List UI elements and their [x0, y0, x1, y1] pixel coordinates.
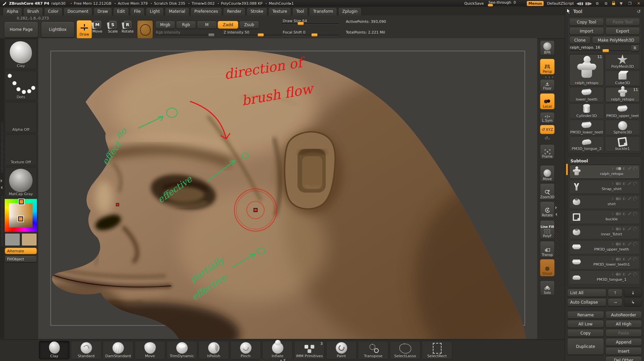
rgb-intensity-handle[interactable] — [208, 33, 215, 37]
menu-item[interactable]: Color — [44, 7, 62, 15]
floor-axes-label[interactable]: x y z — [542, 76, 554, 79]
flatten-icon[interactable]: ↓ — [611, 272, 614, 276]
eye-icon[interactable] — [633, 166, 638, 171]
tool-grid-item[interactable]: PM3D_tongue_2 — [569, 136, 604, 152]
flatten-icon[interactable]: ↓ — [611, 167, 614, 170]
mrgb-button[interactable]: Mrgb — [155, 21, 175, 29]
quicksave-button[interactable]: QuickSave — [464, 1, 484, 6]
menu-item[interactable]: Texture — [268, 7, 291, 15]
flatten-icon[interactable]: ↓ — [611, 242, 614, 246]
eye-icon[interactable] — [633, 226, 638, 231]
default-zscript-button[interactable]: DefaultZScript — [547, 1, 574, 6]
draw-size-slider[interactable]: Draw Size 64 — [282, 19, 339, 25]
subtool-row[interactable]: ↓ PM3D_tongue_1 — [569, 270, 640, 285]
menu-item[interactable]: File — [130, 7, 145, 15]
visibility-icon[interactable] — [618, 212, 621, 215]
subtool-row[interactable]: ↓ PM3D_upper_teeth — [569, 240, 640, 254]
right-divider-rail[interactable] — [555, 184, 559, 261]
close-button[interactable]: ✕ — [636, 1, 641, 6]
visibility-icon[interactable] — [618, 182, 621, 185]
tray-brush[interactable]: Clay — [39, 341, 70, 359]
tray-brush[interactable]: SelectRect — [422, 341, 452, 359]
menu-item[interactable]: Transform — [309, 7, 337, 15]
current-brush-tile[interactable]: Clay — [5, 39, 37, 69]
rgb-intensity-slider[interactable]: Rgb Intensity — [155, 30, 216, 37]
tray-brush[interactable]: Standard — [71, 341, 101, 359]
restore-button[interactable]: ❐ — [627, 1, 633, 6]
duplicate-button[interactable]: Duplicate — [567, 338, 604, 355]
menu-item[interactable]: Tool — [292, 7, 308, 15]
tray-brush[interactable]: Transpose — [358, 341, 388, 359]
rotate-y-icon[interactable]: ↺▫ — [540, 136, 555, 141]
xyz-button[interactable]: ↺XYZ — [540, 125, 555, 134]
subtool-row[interactable]: ↓ shirt — [569, 195, 640, 209]
paste-subtool-button[interactable]: Paste — [605, 329, 642, 337]
flatten-icon[interactable]: ↓ — [611, 197, 614, 200]
subtool-row[interactable]: ↓ ralph_retopo — [569, 165, 640, 179]
tray-brush[interactable]: Pinch — [230, 341, 261, 359]
auto-collapse-button[interactable]: Auto Collapse — [567, 298, 606, 306]
visibility-icon[interactable] — [618, 258, 621, 261]
r-button[interactable]: R — [631, 45, 639, 52]
eye-icon[interactable] — [633, 181, 638, 186]
brush-edit-icon[interactable] — [628, 257, 631, 260]
solo-button[interactable]: Solo — [540, 280, 555, 296]
tray-brush[interactable]: hPolish — [198, 341, 229, 359]
fillobject-button[interactable]: FillObject — [5, 256, 37, 262]
tray-scrollbar[interactable]: ▲▼ — [259, 359, 307, 361]
subtool-title[interactable]: Subtool — [570, 159, 640, 163]
shade-icon[interactable] — [623, 212, 626, 215]
ghost-button[interactable]: Ghost — [540, 259, 555, 276]
tool-grid-item[interactable]: Cylinder3D — [569, 103, 604, 119]
move-mode-button[interactable]: M Move — [90, 21, 105, 34]
tool-slider-handle[interactable] — [602, 49, 609, 52]
color-picker[interactable] — [5, 199, 37, 232]
paste-tool-button[interactable]: Paste Tool — [605, 18, 640, 26]
tool-grid-item[interactable]: PM3D_upper_teet — [605, 103, 640, 119]
subtool-row[interactable]: ↓ buckle — [569, 210, 640, 224]
m-button[interactable]: M — [197, 21, 217, 29]
del-other-button[interactable]: Del Other — [605, 356, 642, 361]
reset-palette-icon[interactable]: ↺ — [637, 9, 641, 14]
main-color-swatch[interactable] — [5, 233, 20, 246]
import-button[interactable]: Import — [569, 27, 604, 35]
insert-button[interactable]: Insert — [605, 347, 642, 355]
visibility-icon[interactable] — [618, 167, 621, 170]
export-button[interactable]: Export — [605, 27, 640, 35]
alternate-button[interactable]: Alternate — [5, 248, 37, 254]
menu-item[interactable]: Alpha — [3, 7, 22, 15]
z-intensity-handle[interactable] — [258, 33, 264, 37]
shade-icon[interactable] — [623, 258, 626, 261]
eye-icon[interactable] — [633, 256, 638, 261]
lightbox-button[interactable]: LightBox — [41, 21, 75, 38]
rotate-nav-button[interactable]: Rotate — [540, 201, 555, 218]
clone-button[interactable]: Clone — [569, 36, 591, 44]
persp-button[interactable]: Persp — [540, 59, 555, 74]
flatten-icon[interactable]: ↓ — [611, 212, 614, 215]
local-button[interactable]: Local — [540, 93, 555, 109]
tray-brush[interactable]: SelectLasso — [390, 341, 420, 359]
shade-icon[interactable] — [623, 182, 626, 185]
flatten-icon[interactable]: ↓ — [611, 227, 614, 230]
frame-button[interactable]: Frame — [540, 144, 555, 159]
brush-edit-icon[interactable] — [628, 242, 631, 245]
dock-left-icon[interactable]: ⧉ — [595, 1, 600, 6]
menu-item[interactable]: Edit — [113, 7, 129, 15]
home-page-button[interactable]: Home Page — [4, 21, 38, 38]
tool-grid-item[interactable]: 11 ralph_retopo — [569, 54, 604, 86]
menu-item[interactable]: Document — [63, 7, 92, 15]
move-nav-button[interactable]: Move — [540, 165, 555, 182]
see-through-handle[interactable] — [488, 4, 493, 6]
zadd-button[interactable]: Zadd — [218, 21, 238, 29]
bpr-button[interactable]: BPR — [540, 40, 555, 55]
menu-item[interactable]: Draw — [93, 7, 112, 15]
tool-grid-item[interactable]: PM3D_lower_teetl — [569, 120, 604, 135]
brush-alpha-preview[interactable] — [137, 20, 153, 39]
move-down-button[interactable]: ↓ — [624, 289, 642, 297]
dock-right-icon[interactable]: ⧉ — [603, 1, 609, 6]
menus-button[interactable]: Menus — [527, 1, 544, 6]
tool-palette-header[interactable]: Tool ↺ — [565, 7, 644, 16]
viewport[interactable]: direction of brush flow no effect effect… — [38, 38, 537, 339]
shade-icon[interactable] — [623, 243, 626, 246]
visibility-icon[interactable] — [618, 243, 621, 246]
